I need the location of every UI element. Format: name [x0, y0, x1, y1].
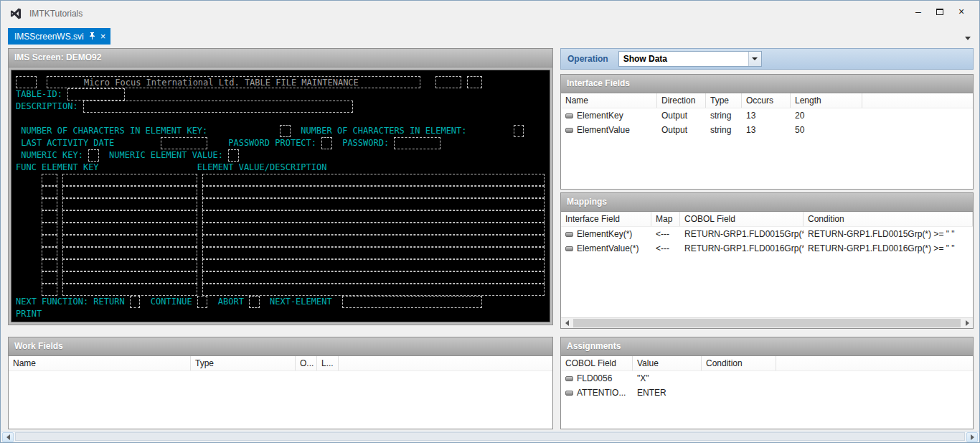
window-horizontal-scrollbar[interactable]: [1, 431, 979, 442]
screen-input-field[interactable]: [83, 101, 353, 113]
screen-input-field[interactable]: [62, 186, 197, 198]
screen-input-field[interactable]: [62, 223, 197, 235]
screen-input-field[interactable]: [202, 223, 545, 235]
close-button[interactable]: ×: [951, 4, 972, 19]
screen-input-field[interactable]: [42, 247, 57, 259]
dropdown-arrow-button[interactable]: [748, 52, 761, 66]
column-header[interactable]: Condition: [702, 356, 776, 370]
tab-close-icon[interactable]: ×: [100, 32, 106, 41]
column-header[interactable]: Value: [633, 356, 702, 370]
column-header[interactable]: Condition: [804, 212, 973, 226]
document-list-chevron-icon[interactable]: [965, 37, 971, 40]
operation-dropdown[interactable]: Show Data: [618, 51, 762, 67]
screen-input-field[interactable]: Micro Focus International Ltd. TABLE FIL…: [47, 76, 420, 88]
table-row[interactable]: ElementKey(*)<---RETURN-GRP1.FLD0015Grp(…: [561, 227, 973, 241]
screen-input-field[interactable]: [202, 247, 545, 259]
table-cell: ElementValue: [561, 123, 657, 137]
screen-input-field[interactable]: [514, 125, 524, 137]
screen-input-field[interactable]: [467, 76, 483, 88]
screen-input-field[interactable]: [161, 137, 207, 149]
screen-input-field[interactable]: [42, 210, 57, 223]
screen-input-field[interactable]: [16, 76, 37, 88]
screen-input-field[interactable]: [62, 271, 197, 284]
scrollbar-thumb[interactable]: [15, 432, 965, 441]
table-row[interactable]: ElementValue(*)<---RETURN-GRP1.FLD0016Gr…: [561, 241, 973, 256]
screen-input-field[interactable]: [62, 174, 197, 186]
column-header[interactable]: COBOL Field: [680, 212, 804, 226]
screen-input-field[interactable]: [342, 296, 482, 308]
screen-input-field[interactable]: [321, 137, 331, 149]
mappings-horizontal-scrollbar[interactable]: [561, 317, 973, 328]
screen-input-field[interactable]: [202, 271, 545, 284]
screen-input-field[interactable]: [42, 223, 57, 235]
screen-input-field[interactable]: [130, 296, 140, 308]
table-cell: [702, 371, 776, 386]
table-row[interactable]: FLD0056"X": [561, 371, 973, 386]
screen-input-field[interactable]: [202, 186, 545, 198]
scroll-left-button[interactable]: [561, 318, 573, 328]
column-header[interactable]: Interface Field: [561, 212, 651, 226]
screen-input-field[interactable]: [67, 88, 124, 101]
column-header[interactable]: Type: [706, 93, 742, 108]
column-header[interactable]: COBOL Field: [561, 356, 633, 370]
screen-input-field[interactable]: [228, 149, 238, 162]
screen-input-field[interactable]: [88, 149, 98, 162]
column-header[interactable]: Occurs: [742, 93, 791, 108]
screen-input-field[interactable]: [62, 284, 197, 296]
table-cell: 50: [791, 123, 862, 137]
screen-input-field[interactable]: [394, 137, 440, 149]
screen-input-field[interactable]: [249, 296, 259, 308]
tab-imsscreenws[interactable]: IMSScreenWS.svi ×: [8, 28, 110, 45]
screen-input-field[interactable]: [202, 210, 545, 223]
column-header[interactable]: Type: [191, 356, 296, 370]
scrollbar-track[interactable]: [14, 432, 966, 442]
column-header[interactable]: L...: [317, 356, 339, 370]
screen-input-field[interactable]: [435, 76, 461, 88]
column-header[interactable]: Direction: [657, 93, 706, 108]
screen-input-field[interactable]: [42, 259, 57, 271]
screen-input-field[interactable]: [62, 210, 197, 223]
screen-input-field[interactable]: [62, 235, 197, 247]
work-fields-table: NameTypeO...L...: [9, 356, 552, 429]
table-row[interactable]: ElementValueOutputstring1350: [561, 123, 973, 137]
screen-input-field[interactable]: [42, 198, 57, 210]
column-header[interactable]: O...: [296, 356, 317, 370]
screen-input-field[interactable]: [62, 259, 197, 271]
screen-input-field[interactable]: [202, 174, 545, 186]
column-header[interactable]: Name: [561, 93, 657, 108]
column-header[interactable]: Map: [651, 212, 680, 226]
table-row[interactable]: ElementKeyOutputstring1320: [561, 108, 973, 123]
table-cell: <---: [651, 227, 680, 241]
screen-input-field[interactable]: [42, 284, 57, 296]
scroll-right-button[interactable]: [966, 432, 978, 442]
title-bar[interactable]: IMTKTutorials – ×: [1, 1, 979, 27]
screen-input-field[interactable]: [62, 198, 197, 210]
screen-input-field[interactable]: [202, 284, 545, 296]
terminal-text: FUNC ELEMENT KEY ELEMENT VALUE/DESCRIPTI…: [16, 162, 326, 172]
table-cell: RETURN-GRP1.FLD0016Grp(*): [680, 241, 804, 256]
minimize-button[interactable]: –: [908, 4, 929, 19]
screen-input-field[interactable]: [42, 235, 57, 247]
pin-icon[interactable]: [89, 32, 95, 42]
scrollbar-thumb[interactable]: [573, 319, 961, 327]
scrollbar-track[interactable]: [573, 318, 961, 328]
screen-input-field[interactable]: [42, 271, 57, 284]
table-cell: ElementValue(*): [561, 241, 651, 256]
terminal-text: CONTINUE: [140, 297, 197, 307]
column-header[interactable]: Name: [9, 356, 191, 370]
screen-input-field[interactable]: [280, 125, 290, 137]
scroll-right-button[interactable]: [961, 318, 973, 328]
maximize-button[interactable]: [929, 4, 951, 19]
screen-input-field[interactable]: [42, 186, 57, 198]
screen-input-field[interactable]: [202, 259, 545, 271]
screen-input-field[interactable]: [197, 296, 207, 308]
screen-input-field[interactable]: [202, 198, 545, 210]
table-row[interactable]: ATTENTIO...ENTER: [561, 386, 973, 400]
screen-input-field[interactable]: [62, 247, 197, 259]
screen-input-field[interactable]: [42, 174, 57, 186]
screen-input-field[interactable]: [202, 235, 545, 247]
scroll-left-button[interactable]: [2, 432, 14, 442]
terminal-line: [16, 284, 546, 296]
column-header[interactable]: Length: [791, 93, 862, 108]
ims-terminal-screen[interactable]: Micro Focus International Ltd. TABLE FIL…: [11, 70, 550, 322]
